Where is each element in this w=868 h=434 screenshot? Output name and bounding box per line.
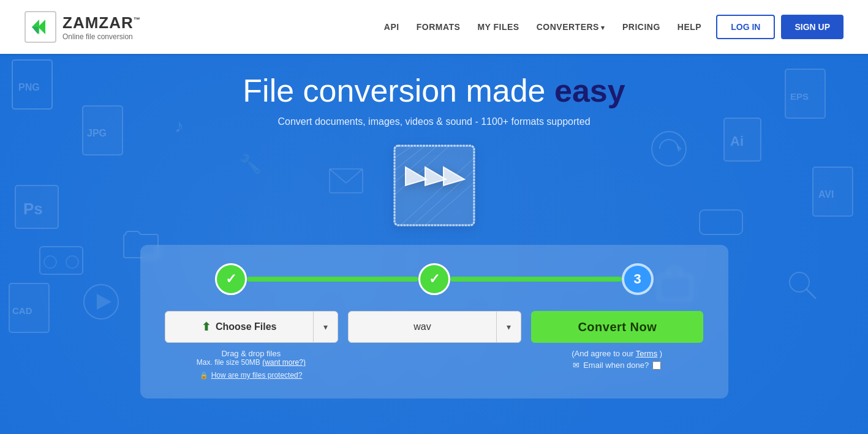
format-value: wav [349, 321, 496, 332]
deco-device [696, 207, 745, 238]
nav-link-formats[interactable]: FORMATS [417, 22, 461, 32]
deco-eps: EPS [782, 66, 831, 121]
deco-envelope [328, 167, 364, 195]
deco-png: PNG [9, 57, 58, 112]
deco-cad: CAD [6, 280, 55, 335]
svg-text:Ai: Ai [730, 133, 744, 149]
logo-text: ZAMZAR™ Online file conversion [62, 13, 141, 41]
svg-text:EPS: EPS [790, 91, 809, 102]
svg-point-23 [652, 132, 686, 166]
deco-jpg: JPG [80, 103, 129, 158]
logo-area: ZAMZAR™ Online file conversion [25, 11, 141, 43]
svg-line-31 [806, 289, 816, 299]
logo-subtitle: Online file conversion [62, 32, 141, 41]
svg-point-30 [790, 272, 809, 292]
file-protection-row: 🔒 How are my files protected? [165, 369, 338, 380]
terms-area: (And agree to our Terms ) ✉ Email when d… [530, 349, 704, 380]
svg-point-20 [84, 285, 118, 319]
upload-icon: ⬆ [202, 320, 211, 334]
svg-text:CAD: CAD [12, 305, 32, 316]
spacer [347, 349, 521, 380]
drag-drop-area: Drag & drop files Max. file size 50MB (w… [165, 349, 338, 380]
format-select[interactable]: wav ▾ [348, 311, 521, 343]
below-row: Drag & drop files Max. file size 50MB (w… [165, 349, 704, 380]
svg-text:🔧: 🔧 [239, 153, 262, 175]
lock-icon: 🔒 [200, 372, 208, 379]
step-2-check: ✓ [429, 271, 440, 287]
deco-music: ♪ [172, 109, 202, 140]
deco-wrench: 🔧 [233, 146, 270, 182]
hero-section: PNG JPG Ps CAD AVI EPS Ai [0, 54, 868, 434]
svg-text:Ps: Ps [23, 200, 43, 218]
nav-link-myfiles[interactable]: MY FILES [477, 22, 519, 32]
svg-rect-26 [40, 247, 83, 274]
progress-steps: ✓ ✓ 3 [165, 263, 704, 295]
choose-files-main: ⬆ Choose Files [165, 320, 313, 334]
protected-link[interactable]: How are my files protected? [211, 371, 303, 380]
nav-buttons: LOG IN SIGN UP [716, 15, 843, 39]
step-line-1-2 [247, 277, 418, 282]
choose-files-dropdown-arrow[interactable]: ▾ [313, 312, 338, 342]
convert-now-button[interactable]: Convert Now [531, 311, 703, 343]
step-1-check: ✓ [225, 271, 236, 287]
step-line-2-3 [450, 277, 622, 282]
email-icon: ✉ [573, 361, 579, 370]
inputs-row: ⬆ Choose Files ▾ wav ▾ Convert Now [165, 311, 704, 343]
hero-title: File conversion made easy [243, 72, 625, 109]
svg-text:PNG: PNG [18, 82, 40, 92]
nav-link-api[interactable]: API [384, 22, 399, 32]
step-2-circle: ✓ [418, 263, 450, 295]
svg-rect-22 [700, 210, 742, 234]
converter-widget: ✓ ✓ 3 ⬆ Choose Files ▾ [140, 245, 728, 398]
nav-link-converters[interactable]: CONVERTERS [537, 22, 605, 32]
svg-marker-24 [677, 144, 682, 152]
svg-rect-14 [785, 69, 825, 118]
svg-point-28 [66, 256, 78, 268]
hero-subtitle: Convert documents, images, videos & soun… [277, 116, 590, 127]
svg-rect-4 [12, 60, 52, 109]
center-animation-icon [382, 140, 486, 234]
logo-name: ZAMZAR™ [62, 13, 141, 32]
svg-rect-6 [83, 106, 123, 155]
svg-marker-21 [97, 294, 111, 310]
login-button[interactable]: LOG IN [716, 15, 775, 39]
deco-ai: Ai [721, 115, 764, 164]
svg-rect-16 [724, 118, 761, 161]
svg-text:♪: ♪ [175, 116, 184, 136]
choose-files-button[interactable]: ⬆ Choose Files ▾ [165, 311, 338, 343]
deco-avi: AVI [810, 164, 859, 219]
svg-text:AVI: AVI [818, 189, 834, 200]
email-row: ✉ Email when done? [530, 361, 704, 370]
drag-text: Drag & drop files [165, 349, 338, 358]
step-3-circle: 3 [622, 263, 654, 295]
max-size-text: Max. file size 50MB (want more?) [165, 358, 338, 367]
nav-link-help[interactable]: HELP [677, 22, 701, 32]
logo-icon [25, 11, 56, 43]
svg-rect-12 [813, 167, 853, 216]
format-dropdown-arrow[interactable]: ▾ [496, 312, 521, 342]
nav-links: API FORMATS MY FILES CONVERTERS PRICING … [384, 22, 701, 32]
terms-text: (And agree to our Terms ) [530, 349, 704, 358]
deco-ps: Ps [12, 182, 61, 231]
step-3-number: 3 [633, 271, 641, 287]
deco-play [80, 280, 123, 323]
email-checkbox[interactable] [652, 361, 661, 370]
svg-rect-10 [9, 283, 49, 332]
deco-refresh [647, 127, 690, 170]
choose-files-label: Choose Files [216, 321, 277, 332]
terms-link[interactable]: Terms [636, 349, 657, 358]
svg-point-27 [44, 256, 56, 268]
want-more-link[interactable]: (want more?) [262, 358, 306, 367]
svg-rect-8 [15, 185, 58, 228]
nav-link-pricing[interactable]: PRICING [622, 22, 660, 32]
deco-search [785, 268, 819, 302]
svg-rect-29 [330, 169, 363, 193]
deco-cassette [37, 244, 86, 277]
email-label: Email when done? [583, 361, 649, 370]
step-1-circle: ✓ [215, 263, 247, 295]
navbar: ZAMZAR™ Online file conversion API FORMA… [0, 0, 868, 54]
signup-button[interactable]: SIGN UP [781, 15, 843, 39]
svg-text:JPG: JPG [87, 128, 107, 138]
